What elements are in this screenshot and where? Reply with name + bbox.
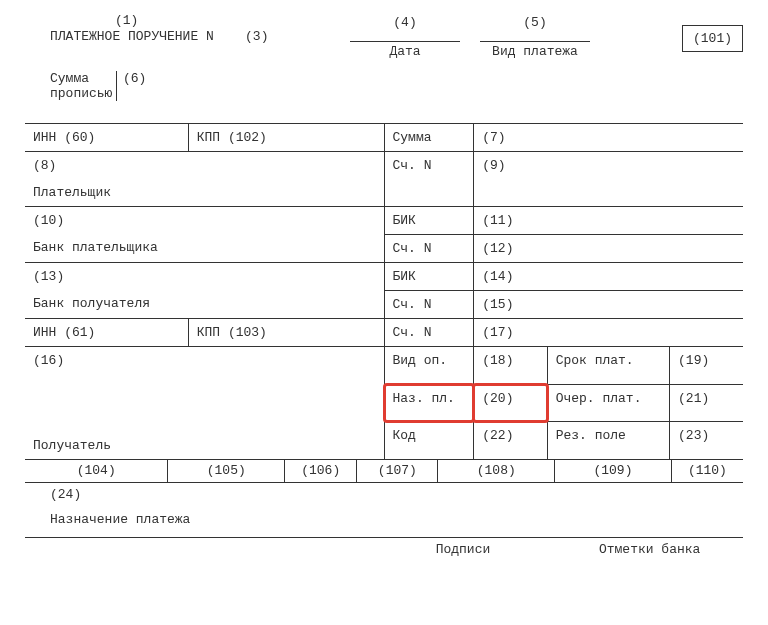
- kod-ref: (22): [474, 422, 547, 460]
- srok-label: Срок плат.: [547, 347, 669, 385]
- acc3-label: Сч. N: [384, 291, 474, 319]
- date-ref: (4): [393, 15, 416, 30]
- date-slot: (4) Дата: [350, 15, 460, 59]
- box-101: (101): [682, 25, 743, 52]
- code-106: (106): [284, 459, 356, 482]
- bank-payee-label: Банк получателя: [33, 296, 376, 311]
- code-104: (104): [25, 459, 167, 482]
- nazpl-label: Наз. пл.: [384, 384, 474, 422]
- kpp-payer: КПП (102): [188, 124, 384, 152]
- date-label: Дата: [350, 44, 460, 59]
- code-109: (109): [554, 459, 671, 482]
- kpp-payee: КПП (103): [188, 319, 384, 347]
- acc4-ref: (17): [474, 319, 743, 347]
- inn-payee: ИНН (61): [25, 319, 188, 347]
- bank-payer-ref: (10): [33, 213, 376, 228]
- amount-ref: (6): [117, 71, 146, 101]
- ref-1: (1): [115, 13, 138, 28]
- bank-payer-label: Банк плательщика: [33, 240, 376, 255]
- purpose-label: Назначение платежа: [25, 512, 743, 527]
- amount-label-1: Сумма: [50, 71, 89, 86]
- inn-payer: ИНН (60): [25, 124, 188, 152]
- sum-ref: (7): [474, 124, 743, 152]
- payer-label: Плательщик: [33, 185, 376, 200]
- code-105: (105): [167, 459, 284, 482]
- acc2-ref: (12): [474, 235, 743, 263]
- kind-label: Вид платежа: [480, 44, 590, 59]
- acc1-ref: (9): [474, 152, 743, 207]
- bik2-label: БИК: [384, 263, 474, 291]
- rez-ref: (23): [670, 422, 743, 460]
- bank-payee-ref: (13): [33, 269, 376, 284]
- payee-label: Получатель: [33, 438, 376, 453]
- kod-label: Код: [384, 422, 474, 460]
- doc-number-ref: (3): [245, 29, 268, 44]
- rez-label: Рез. поле: [547, 422, 669, 460]
- srok-ref: (19): [670, 347, 743, 385]
- acc4-label: Сч. N: [384, 319, 474, 347]
- bik1-label: БИК: [384, 207, 474, 235]
- vidop-ref: (18): [474, 347, 547, 385]
- sum-label: Сумма: [384, 124, 474, 152]
- nazpl-ref: (20): [474, 384, 547, 422]
- amount-label-2: прописью: [50, 86, 112, 101]
- amount-in-words-row: Сумма прописью (6): [25, 71, 743, 101]
- payee-ref: (16): [33, 353, 376, 368]
- vidop-label: Вид оп.: [384, 347, 474, 385]
- payment-kind-slot: (5) Вид платежа: [480, 15, 590, 59]
- acc3-ref: (15): [474, 291, 743, 319]
- doc-title: ПЛАТЕЖНОЕ ПОРУЧЕНИЕ N: [50, 29, 214, 44]
- bik2-ref: (14): [474, 263, 743, 291]
- code-110: (110): [671, 459, 743, 482]
- code-107: (107): [356, 459, 437, 482]
- payment-grid: ИНН (60) КПП (102) Сумма (7) (8) Платель…: [25, 123, 743, 460]
- kind-ref: (5): [523, 15, 546, 30]
- ref-24: (24): [25, 487, 743, 502]
- payer-ref: (8): [33, 158, 376, 173]
- code-108: (108): [437, 459, 554, 482]
- footer-row: Подписи Отметки банка: [25, 537, 743, 557]
- bank-notes-label: Отметки банка: [556, 542, 743, 557]
- codes-row: (104) (105) (106) (107) (108) (109) (110…: [25, 459, 743, 483]
- ocher-label: Очер. плат.: [547, 384, 669, 422]
- signatures-label: Подписи: [370, 542, 557, 557]
- bik1-ref: (11): [474, 207, 743, 235]
- ocher-ref: (21): [670, 384, 743, 422]
- acc2-label: Сч. N: [384, 235, 474, 263]
- acc1-label: Сч. N: [384, 152, 474, 207]
